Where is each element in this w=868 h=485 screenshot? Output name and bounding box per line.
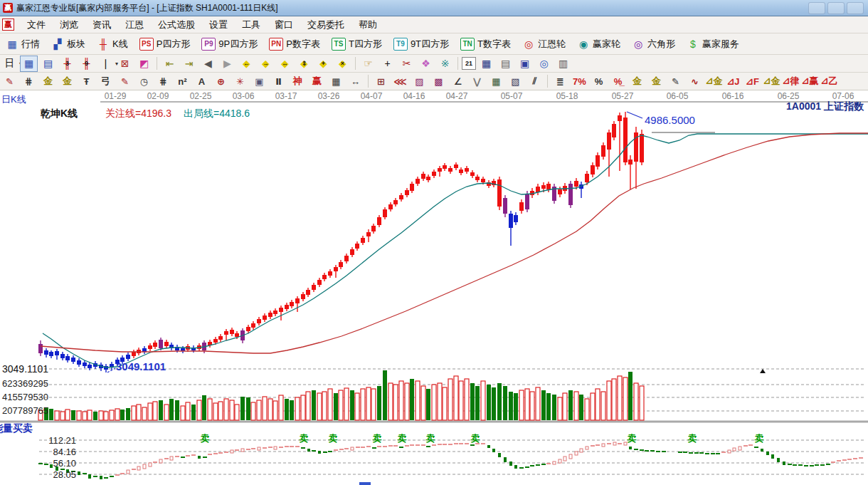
draw-tool-star-web-icon[interactable]: ✳ bbox=[231, 74, 249, 89]
tool-zoom-right-icon[interactable]: ◆→ bbox=[257, 56, 275, 72]
draw-tool-pct-icon[interactable]: % bbox=[590, 74, 608, 89]
tool-zoom-in-icon[interactable]: ◆+ bbox=[314, 56, 332, 72]
toolbar-button-9p-square[interactable]: P99P四方形 bbox=[196, 36, 263, 52]
draw-tool-web-box2-icon[interactable]: ▩ bbox=[430, 74, 448, 89]
tool-zoom-vert-icon[interactable]: ◆⇕ bbox=[295, 56, 313, 72]
draw-tool-spiral-icon[interactable]: 弓 bbox=[97, 74, 115, 89]
draw-tool-j-angle-icon[interactable]: ⊿J bbox=[724, 74, 742, 89]
tool-network-icon[interactable]: ◎ bbox=[535, 56, 553, 72]
draw-tool-wave-icon[interactable]: ∿ bbox=[686, 74, 704, 89]
tool-calculator-icon[interactable]: ▦ bbox=[477, 56, 495, 72]
toolbar-button-9t-square[interactable]: T99T四方形 bbox=[388, 36, 454, 52]
draw-tool-gold-angle2-icon[interactable]: ⊿金 bbox=[763, 74, 780, 89]
draw-tool-fence-icon[interactable]: ⋕ bbox=[154, 74, 172, 89]
toolbar-button-p-number-table[interactable]: PNP数字表 bbox=[264, 36, 325, 52]
draw-tool-width-arrows-icon[interactable]: ↔ bbox=[346, 74, 364, 89]
menu-item-工具[interactable]: 工具 bbox=[235, 17, 268, 33]
toolbar-button-gann-wheel[interactable]: ◎江恩轮 bbox=[517, 36, 571, 52]
tool-notepad-icon[interactable]: ▤ bbox=[497, 56, 514, 72]
draw-tool-pen-2-icon[interactable]: ✎ bbox=[116, 74, 134, 89]
draw-tool-gold-line-icon[interactable]: 金 bbox=[647, 74, 665, 89]
draw-tool-k-marks-icon[interactable]: Ⅱ bbox=[270, 74, 287, 89]
draw-tool-de-angle-icon[interactable]: ⊿律 bbox=[782, 74, 800, 89]
draw-tool-z-angle-icon[interactable]: ⊿乙 bbox=[820, 74, 838, 89]
draw-tool-grid-b-icon[interactable]: ▧ bbox=[507, 74, 524, 89]
tool-hand-tool-icon[interactable]: ☞ bbox=[359, 56, 377, 72]
menu-item-公式选股[interactable]: 公式选股 bbox=[151, 17, 202, 33]
draw-tool-pct-7-icon[interactable]: 7% bbox=[571, 74, 588, 89]
toolbar-button-t-square[interactable]: TST四方形 bbox=[327, 36, 387, 52]
toolbar-button-winner-service[interactable]: $赢家服务 bbox=[682, 36, 744, 52]
draw-tool-a-line-icon[interactable]: A bbox=[193, 74, 211, 89]
draw-tool-levels-icon[interactable]: ≣ bbox=[551, 74, 569, 89]
tool-next-bar-icon[interactable]: ▶ bbox=[218, 56, 236, 72]
draw-tool-angle-line-icon[interactable]: ∠ bbox=[449, 74, 467, 89]
draw-tool-box-web-icon[interactable]: ▣ bbox=[250, 74, 268, 89]
draw-tool-n-square-icon[interactable]: n² bbox=[174, 74, 191, 89]
menu-item-文件[interactable]: 文件 bbox=[20, 17, 53, 33]
tool-candle-style-icon[interactable]: ❘▾ bbox=[97, 56, 115, 72]
tool-stamp-tool-icon[interactable]: ❖ bbox=[417, 56, 435, 72]
tool-prev-bar-icon[interactable]: ◀ bbox=[199, 56, 217, 72]
tool-zoom-both-icon[interactable]: ◆↔ bbox=[276, 56, 294, 72]
toolbar-button-p-square[interactable]: PSP四方形 bbox=[134, 36, 196, 52]
menu-item-交易委托[interactable]: 交易委托 bbox=[300, 17, 351, 33]
menu-item-江恩[interactable]: 江恩 bbox=[118, 17, 151, 33]
tool-pattern-tool-icon[interactable]: ※ bbox=[436, 56, 454, 72]
draw-tool-fan-rays-icon[interactable]: ⋘ bbox=[391, 74, 409, 89]
draw-tool-grid-123-icon[interactable]: ▦ bbox=[327, 74, 345, 89]
toolbar-button-t-number-table[interactable]: TNT数字表 bbox=[455, 36, 516, 52]
tool-zoom-out-icon[interactable]: ◆× bbox=[334, 56, 351, 72]
tool-save-icon[interactable]: ▣ bbox=[516, 56, 534, 72]
scrollbar-thumb[interactable] bbox=[359, 482, 371, 485]
close-button[interactable] bbox=[847, 2, 864, 14]
draw-tool-web-box-icon[interactable]: ▨ bbox=[411, 74, 428, 89]
draw-tool-pct-line-icon[interactable]: %̲ bbox=[609, 74, 627, 89]
draw-tool-gold-grid-1-icon[interactable]: 金 bbox=[39, 74, 57, 89]
tool-cut-tool-icon[interactable]: ✂ bbox=[398, 56, 416, 72]
tool-calendar-icon[interactable]: 21 bbox=[462, 57, 476, 70]
draw-tool-gold-angle-icon[interactable]: ⊿金 bbox=[705, 74, 723, 89]
draw-tool-frame-tool-icon[interactable]: ⊞ bbox=[372, 74, 390, 89]
minimize-button[interactable] bbox=[808, 2, 825, 14]
draw-tool-compass-icon[interactable]: ⊕ bbox=[212, 74, 230, 89]
draw-tool-draw-pen-icon[interactable]: ✎ bbox=[1, 74, 18, 89]
draw-tool-time-circle-icon[interactable]: ◷ bbox=[135, 74, 153, 89]
menu-item-帮助[interactable]: 帮助 bbox=[351, 17, 384, 33]
toolbar-button-winner-wheel[interactable]: ◉赢家轮 bbox=[572, 36, 625, 52]
draw-tool-grid-lines-icon[interactable]: ⋕ bbox=[20, 74, 38, 89]
draw-tool-zigzag-icon[interactable]: ⋁ bbox=[468, 74, 486, 89]
chart-area[interactable]: 01-2902-0902-2503-0603-1703-2604-0704-16… bbox=[0, 90, 868, 485]
toolbar-button-hexagon[interactable]: ◎六角形 bbox=[627, 36, 680, 52]
tool-layout-grid-icon[interactable]: ▦ bbox=[20, 56, 38, 72]
tool-last-bar-icon[interactable]: ⇥ bbox=[180, 56, 198, 72]
menu-item-设置[interactable]: 设置 bbox=[202, 17, 235, 33]
kline-chart-canvas[interactable]: 01-2902-0902-2503-0603-1703-2604-0704-16… bbox=[0, 90, 868, 485]
tool-gann-grid-icon[interactable]: ⊠ bbox=[116, 56, 134, 72]
draw-tool-grid-a-icon[interactable]: ▦ bbox=[487, 74, 505, 89]
toolbar-button-kline[interactable]: ╫K线 bbox=[92, 36, 133, 52]
toolbar-button-quotes[interactable]: ▦行情 bbox=[1, 36, 45, 52]
draw-tool-shen-tool-icon[interactable]: 神 bbox=[289, 74, 307, 89]
tool-zoom-left-icon[interactable]: ◆← bbox=[238, 56, 255, 72]
maximize-button[interactable] bbox=[827, 2, 845, 14]
menu-item-浏览[interactable]: 浏览 bbox=[53, 17, 85, 33]
tool-color-flag-icon[interactable]: ◩ bbox=[135, 56, 153, 72]
toolbar-button-sectors[interactable]: ▞板块 bbox=[46, 36, 90, 52]
draw-tool-gold-grid-2-icon[interactable]: 金 bbox=[58, 74, 76, 89]
draw-tool-f-lines-icon[interactable]: Ŧ bbox=[78, 74, 95, 89]
draw-tool-parallel-icon[interactable]: ⫽ bbox=[526, 74, 544, 89]
tool-kline-3-icon[interactable]: ╫3 bbox=[58, 56, 76, 72]
tool-first-bar-icon[interactable]: ⇤ bbox=[161, 56, 179, 72]
draw-tool-f-angle-icon[interactable]: ⊿F bbox=[743, 74, 761, 89]
draw-tool-brush-icon[interactable]: ✎ bbox=[667, 74, 684, 89]
tool-crosshair-tool-icon[interactable]: + bbox=[379, 56, 396, 72]
draw-tool-gold-circle-icon[interactable]: 金 bbox=[628, 74, 646, 89]
tool-period-day-icon[interactable]: 日▾ bbox=[1, 56, 18, 72]
tool-kline-9-icon[interactable]: ╫9 bbox=[78, 56, 95, 72]
draw-tool-win-angle-icon[interactable]: ⊿赢 bbox=[801, 74, 819, 89]
menu-item-资讯[interactable]: 资讯 bbox=[85, 17, 118, 33]
draw-tool-win-tool-icon[interactable]: 赢 bbox=[308, 74, 326, 89]
tool-quote-list-icon[interactable]: ▤ bbox=[39, 56, 57, 72]
tool-print-icon[interactable]: ▥ bbox=[554, 56, 572, 72]
